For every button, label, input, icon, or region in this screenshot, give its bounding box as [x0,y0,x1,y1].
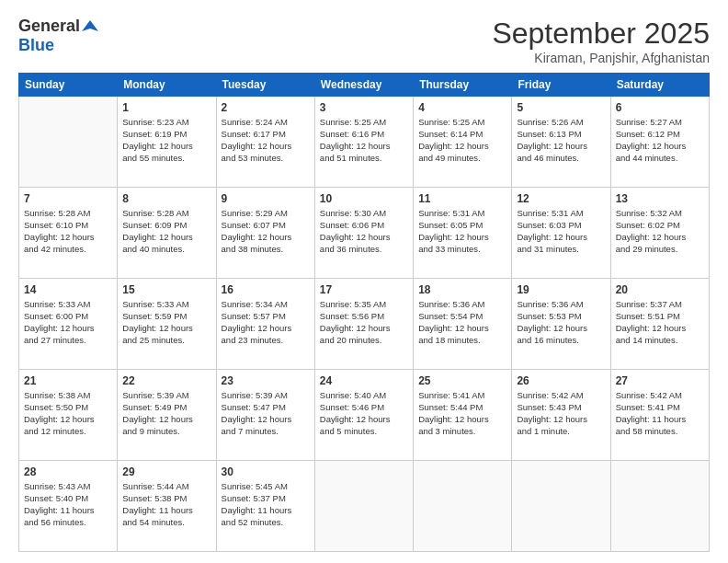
logo-text-general: General [18,17,80,36]
col-header-tuesday: Tuesday [216,74,314,97]
calendar-table: SundayMondayTuesdayWednesdayThursdayFrid… [18,73,710,552]
day-info-line: Daylight: 12 hours [320,232,408,244]
day-info-line: Sunrise: 5:31 AM [517,208,605,220]
day-info-line: Daylight: 11 hours [222,505,310,517]
location: Kiraman, Panjshir, Afghanistan [492,51,710,65]
day-info-line: and 25 minutes. [122,335,210,347]
day-info-line: Sunset: 6:03 PM [517,220,605,232]
day-info-line: and 56 minutes. [24,517,112,529]
day-number: 11 [418,191,506,206]
day-info-line: Sunset: 5:46 PM [320,402,408,414]
day-info-line: and 31 minutes. [517,244,605,256]
day-info-line: and 54 minutes. [122,517,210,529]
day-number: 1 [122,100,210,115]
col-header-wednesday: Wednesday [314,74,413,97]
calendar-cell: 20Sunrise: 5:37 AMSunset: 5:51 PMDayligh… [610,279,709,370]
day-info-line: Sunset: 5:38 PM [122,493,210,505]
day-info-line: Sunset: 5:50 PM [24,402,112,414]
day-number: 26 [517,373,605,388]
day-info-line: Sunset: 6:02 PM [616,220,704,232]
calendar-cell [414,461,512,552]
calendar-cell [314,461,413,552]
day-info-line: Sunrise: 5:42 AM [517,390,605,402]
day-info-line: Daylight: 12 hours [122,232,210,244]
day-info-line: Daylight: 12 hours [517,232,605,244]
day-info-line: Sunrise: 5:40 AM [320,390,408,402]
calendar-week-2: 7Sunrise: 5:28 AMSunset: 6:10 PMDaylight… [19,188,710,279]
day-info-line: and 40 minutes. [122,244,210,256]
day-info-line: Sunset: 5:49 PM [122,402,210,414]
day-info-line: Daylight: 12 hours [517,414,605,426]
day-info-line: and 9 minutes. [122,426,210,438]
day-info-line: and 42 minutes. [24,244,112,256]
day-info-line: Daylight: 12 hours [616,323,704,335]
day-info-line: Daylight: 12 hours [122,414,210,426]
day-info-line: Daylight: 12 hours [616,232,704,244]
day-info-line: Daylight: 12 hours [320,323,408,335]
day-info-line: and 18 minutes. [418,335,506,347]
calendar-week-4: 21Sunrise: 5:38 AMSunset: 5:50 PMDayligh… [19,370,710,461]
logo: General Blue [18,17,98,55]
day-info-line: Daylight: 12 hours [222,232,310,244]
calendar-cell [512,461,610,552]
day-info-line: Daylight: 12 hours [24,232,112,244]
logo-text-blue: Blue [18,36,54,54]
day-info-line: Daylight: 12 hours [24,323,112,335]
calendar-cell: 26Sunrise: 5:42 AMSunset: 5:43 PMDayligh… [512,370,610,461]
calendar-week-5: 28Sunrise: 5:43 AMSunset: 5:40 PMDayligh… [19,461,710,552]
day-number: 28 [24,465,112,479]
day-number: 5 [517,100,605,115]
day-info-line: Sunset: 5:37 PM [222,493,310,505]
day-info-line: Sunset: 5:47 PM [222,402,310,414]
day-info-line: Sunrise: 5:29 AM [222,208,310,220]
day-number: 30 [222,465,310,479]
day-info-line: and 36 minutes. [320,244,408,256]
day-info-line: Daylight: 12 hours [24,414,112,426]
day-number: 16 [222,282,310,297]
calendar-cell: 16Sunrise: 5:34 AMSunset: 5:57 PMDayligh… [216,279,314,370]
day-info-line: Sunset: 6:06 PM [320,220,408,232]
day-info-line: and 44 minutes. [616,153,704,165]
day-info-line: Sunset: 6:19 PM [122,129,210,141]
calendar-cell: 1Sunrise: 5:23 AMSunset: 6:19 PMDaylight… [118,97,216,188]
day-info-line: Sunrise: 5:33 AM [24,299,112,311]
day-number: 8 [122,191,210,206]
day-info-line: Daylight: 12 hours [122,323,210,335]
day-info-line: Sunset: 6:12 PM [616,129,704,141]
day-info-line: Sunrise: 5:44 AM [122,481,210,493]
day-info-line: and 1 minute. [517,426,605,438]
day-info-line: Daylight: 12 hours [222,323,310,335]
day-info-line: Sunrise: 5:37 AM [616,299,704,311]
day-number: 19 [517,282,605,297]
day-info-line: and 58 minutes. [616,426,704,438]
calendar-week-1: 1Sunrise: 5:23 AMSunset: 6:19 PMDaylight… [19,97,710,188]
calendar-cell: 15Sunrise: 5:33 AMSunset: 5:59 PMDayligh… [118,279,216,370]
calendar-cell: 9Sunrise: 5:29 AMSunset: 6:07 PMDaylight… [216,188,314,279]
day-info-line: Sunrise: 5:33 AM [122,299,210,311]
title-area: September 2025 Kiraman, Panjshir, Afghan… [492,17,710,65]
day-number: 23 [222,373,310,388]
day-info-line: Daylight: 12 hours [517,141,605,153]
calendar-cell: 25Sunrise: 5:41 AMSunset: 5:44 PMDayligh… [414,370,512,461]
day-info-line: Sunset: 5:40 PM [24,493,112,505]
day-number: 6 [616,100,704,115]
day-info-line: Sunset: 5:51 PM [616,311,704,323]
day-number: 10 [320,191,408,206]
day-info-line: Sunrise: 5:39 AM [122,390,210,402]
day-number: 2 [222,100,310,115]
day-info-line: and 7 minutes. [222,426,310,438]
calendar-cell: 30Sunrise: 5:45 AMSunset: 5:37 PMDayligh… [216,461,314,552]
day-info-line: Sunrise: 5:45 AM [222,481,310,493]
day-info-line: Sunset: 5:59 PM [122,311,210,323]
day-info-line: Sunrise: 5:26 AM [517,117,605,129]
day-info-line: Daylight: 12 hours [222,414,310,426]
svg-marker-0 [82,20,98,31]
day-info-line: Sunset: 6:14 PM [418,129,506,141]
day-number: 4 [418,100,506,115]
calendar-cell: 21Sunrise: 5:38 AMSunset: 5:50 PMDayligh… [19,370,118,461]
day-info-line: and 23 minutes. [222,335,310,347]
day-info-line: Sunrise: 5:34 AM [222,299,310,311]
day-info-line: Daylight: 12 hours [122,141,210,153]
day-info-line: Sunset: 6:17 PM [222,129,310,141]
day-info-line: and 3 minutes. [418,426,506,438]
